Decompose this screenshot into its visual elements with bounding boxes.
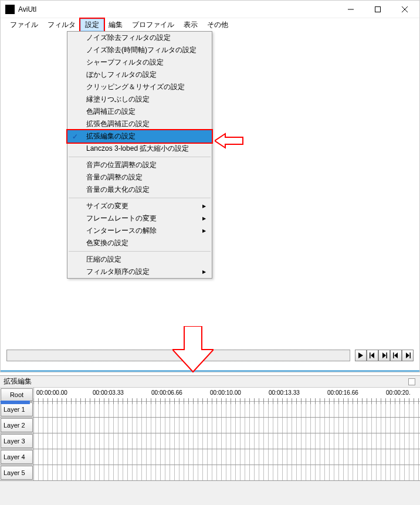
settings-dropdown: ノイズ除去フィルタの設定ノイズ除去(時間軸)フィルタの設定シャープフィルタの設定… xyxy=(67,31,212,279)
check-icon: ✓ xyxy=(72,133,78,141)
titlebar: AviUtl xyxy=(1,1,419,18)
submenu-arrow-icon: ▶ xyxy=(202,228,206,233)
dropdown-item-label: 拡張編集の設定 xyxy=(86,131,136,141)
dropdown-item[interactable]: クリッピング＆リサイズの設定 xyxy=(67,81,212,93)
dropdown-item[interactable]: 縁塗りつぶしの設定 xyxy=(67,93,212,106)
step-back-button[interactable] xyxy=(367,350,378,361)
menu-item[interactable]: プロファイル xyxy=(127,19,179,31)
layer-list: Layer 1Layer 2Layer 3Layer 4Layer 5 xyxy=(0,402,420,481)
dropdown-item-label: 色調補正の設定 xyxy=(86,107,136,117)
menu-item[interactable]: ファイル xyxy=(5,19,43,31)
time-tick-label: 00:00:00.00 xyxy=(36,389,67,396)
dropdown-item[interactable]: 音量の最大化の設定 xyxy=(67,184,212,196)
timeline-window: 拡張編集 Root 00:00:00.0000:00:03.3300:00:06… xyxy=(0,375,420,505)
timeline-maximize-button[interactable] xyxy=(408,378,415,385)
go-start-button[interactable] xyxy=(390,350,402,361)
timeline-titlebar: 拡張編集 xyxy=(0,376,420,388)
dropdown-separator xyxy=(69,157,211,157)
transport-controls xyxy=(355,350,414,361)
dropdown-item-label: ノイズ除去フィルタの設定 xyxy=(86,33,171,43)
layer-track[interactable] xyxy=(33,418,420,433)
svg-rect-10 xyxy=(387,353,388,358)
layer-track[interactable] xyxy=(33,449,420,465)
menu-item[interactable]: 設定 xyxy=(80,19,104,31)
dropdown-item[interactable]: ノイズ除去(時間軸)フィルタの設定 xyxy=(67,44,212,56)
svg-rect-11 xyxy=(393,353,394,358)
dropdown-item-label: ノイズ除去(時間軸)フィルタの設定 xyxy=(86,45,197,55)
menu-item[interactable]: 編集 xyxy=(104,19,127,31)
svg-rect-14 xyxy=(410,353,411,358)
dropdown-item[interactable]: シャープフィルタの設定 xyxy=(67,56,212,69)
play-button[interactable] xyxy=(355,350,367,361)
dropdown-item-label: フレームレートの変更 xyxy=(86,213,157,223)
svg-marker-6 xyxy=(358,353,363,358)
minimize-button[interactable] xyxy=(337,1,364,18)
main-window: AviUtl ファイルフィルタ設定編集プロファイル表示その他 ノイズ除去フィルタ… xyxy=(0,0,420,372)
dropdown-item[interactable]: Lanczos 3-lobed 拡大縮小の設定 xyxy=(67,143,212,155)
layer-label[interactable]: Layer 2 xyxy=(1,418,33,432)
svg-rect-8 xyxy=(370,353,371,358)
layer-row: Layer 1 xyxy=(0,402,420,418)
dropdown-item[interactable]: 色調補正の設定 xyxy=(67,106,212,118)
step-forward-button[interactable] xyxy=(378,350,390,361)
dropdown-item[interactable]: ✓拡張編集の設定 xyxy=(67,130,212,143)
dropdown-item[interactable]: インターレースの解除▶ xyxy=(67,225,212,237)
dropdown-item[interactable]: 拡張色調補正の設定 xyxy=(67,118,212,130)
app-icon xyxy=(5,5,15,14)
dropdown-item[interactable]: 色変換の設定 xyxy=(67,237,212,249)
layer-row: Layer 5 xyxy=(0,465,420,481)
annotation-arrow-down xyxy=(172,326,214,373)
dropdown-item[interactable]: フレームレートの変更▶ xyxy=(67,212,212,225)
dropdown-item-label: 音量の最大化の設定 xyxy=(86,185,150,195)
dropdown-separator xyxy=(69,251,211,252)
root-button[interactable]: Root xyxy=(1,388,33,401)
layer-row: Layer 4 xyxy=(0,449,420,465)
time-tick-label: 00:00:16.66 xyxy=(327,389,358,396)
layer-label[interactable]: Layer 5 xyxy=(1,466,33,480)
submenu-arrow-icon: ▶ xyxy=(202,204,206,209)
maximize-button[interactable] xyxy=(364,1,391,18)
menu-item[interactable]: フィルタ xyxy=(43,19,80,31)
dropdown-item[interactable]: サイズの変更▶ xyxy=(67,200,212,212)
close-button[interactable] xyxy=(391,1,418,18)
dropdown-item[interactable]: ぼかしフィルタの設定 xyxy=(67,69,212,81)
go-end-button[interactable] xyxy=(402,350,414,361)
svg-rect-1 xyxy=(375,6,381,12)
audio-waveform-icon xyxy=(1,401,30,404)
dropdown-item-label: クリッピング＆リサイズの設定 xyxy=(86,82,185,92)
dropdown-item[interactable]: 音声の位置調整の設定 xyxy=(67,159,212,171)
dropdown-item-label: 圧縮の設定 xyxy=(86,255,121,265)
dropdown-item[interactable]: ノイズ除去フィルタの設定 xyxy=(67,32,212,44)
dropdown-item-label: 縁塗りつぶしの設定 xyxy=(86,94,150,104)
menu-item[interactable]: 表示 xyxy=(179,19,202,31)
svg-marker-5 xyxy=(172,326,214,372)
dropdown-item[interactable]: 音量の調整の設定 xyxy=(67,171,212,184)
menu-item[interactable]: その他 xyxy=(202,19,233,31)
time-tick-label: 00:00:03.33 xyxy=(93,389,124,396)
dropdown-item-label: 音量の調整の設定 xyxy=(86,172,143,182)
layer-label[interactable]: Layer 3 xyxy=(1,434,33,448)
layer-label[interactable]: Layer 1 xyxy=(1,402,33,416)
time-tick-label: 00:00:10.00 xyxy=(210,389,241,396)
time-tick-label: 00:00:13.33 xyxy=(269,389,300,396)
dropdown-item-label: Lanczos 3-lobed 拡大縮小の設定 xyxy=(86,144,189,154)
svg-marker-9 xyxy=(382,353,386,358)
dropdown-item-label: シャープフィルタの設定 xyxy=(86,57,164,67)
dropdown-item-label: 色変換の設定 xyxy=(86,238,128,248)
layer-track[interactable] xyxy=(33,465,420,480)
dropdown-item-label: 音声の位置調整の設定 xyxy=(86,160,157,170)
dropdown-item[interactable]: 圧縮の設定 xyxy=(67,253,212,266)
layer-row: Layer 3 xyxy=(0,433,420,449)
time-tick-label: 00:00:06.66 xyxy=(151,389,182,396)
layer-track[interactable] xyxy=(33,433,420,449)
dropdown-item-label: フィルタ順序の設定 xyxy=(86,267,150,277)
time-tick-label: 00:00:20. xyxy=(386,389,411,396)
dropdown-item-label: サイズの変更 xyxy=(86,201,128,211)
dropdown-item[interactable]: フィルタ順序の設定▶ xyxy=(67,266,212,278)
svg-marker-4 xyxy=(215,134,243,148)
dropdown-item-label: インターレースの解除 xyxy=(86,226,157,236)
layer-row: Layer 2 xyxy=(0,418,420,433)
layer-label[interactable]: Layer 4 xyxy=(1,450,33,464)
svg-marker-12 xyxy=(394,353,398,358)
dropdown-item-label: ぼかしフィルタの設定 xyxy=(86,70,157,80)
